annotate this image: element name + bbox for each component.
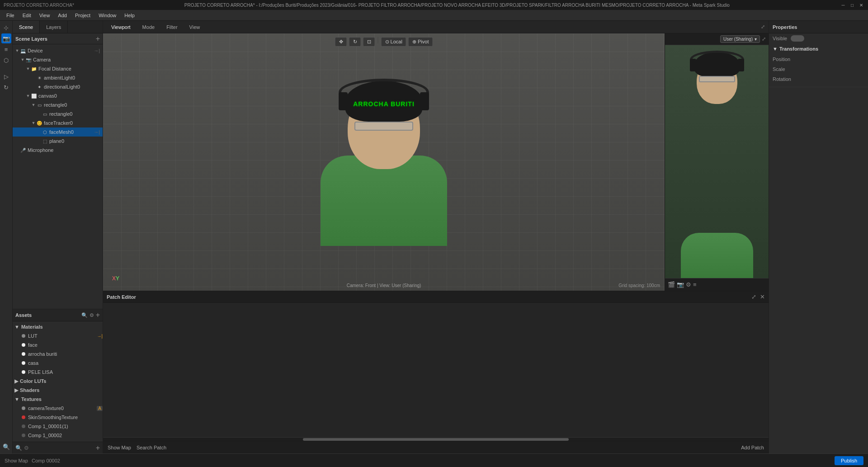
viewport-expand-button[interactable]: ⤢ <box>761 24 765 30</box>
tree-arrow-focal: ▼ <box>25 66 31 71</box>
vp-tab-mode[interactable]: Mode <box>138 24 160 31</box>
tree-item-facetracker[interactable]: ▼ 😊 faceTracker0 <box>13 118 103 127</box>
asset-casa[interactable]: casa <box>13 359 103 368</box>
vp-tab-view[interactable]: View <box>185 24 205 31</box>
textures-header[interactable]: ▼ Textures <box>13 395 103 404</box>
bottom-right: Publish <box>835 456 863 465</box>
tree-item-ambient[interactable]: ▶ ☀ ambientLight0 <box>13 73 103 82</box>
tool-shapes[interactable]: ⬡ <box>1 55 11 65</box>
patch-expand-button[interactable]: ⤢ <box>751 293 756 300</box>
asset-pele[interactable]: PELE LISA <box>13 368 103 377</box>
vp-rotate-button[interactable]: ↻ <box>349 37 361 47</box>
tool-rotate[interactable]: ↻ <box>1 82 11 92</box>
tree-item-rect0[interactable]: ▼ ▭ rectangle0 <box>13 100 103 109</box>
visible-toggle[interactable] <box>791 35 804 42</box>
patch-scrollbar[interactable] <box>103 437 769 441</box>
preview-btn-menu[interactable]: ≡ <box>693 281 697 288</box>
patch-canvas[interactable]: lut_base colorLUTShader Te <box>103 303 769 437</box>
assets-filter-icon[interactable]: ⚙ <box>90 312 94 318</box>
tab-scene[interactable]: Scene <box>13 21 40 33</box>
tree-add-mesh[interactable]: →| <box>94 129 103 135</box>
asset-skinsmoother[interactable]: SkinSmoothingTexture <box>13 413 103 422</box>
asset-lut[interactable]: LUT →| <box>13 331 103 340</box>
vp-move-button[interactable]: ✥ <box>335 37 347 47</box>
preview-btn-video[interactable]: 🎬 <box>668 281 675 288</box>
face-dot <box>22 343 25 347</box>
menu-project[interactable]: Project <box>71 12 94 19</box>
menu-view[interactable]: View <box>36 12 54 19</box>
casa-dot <box>22 361 25 365</box>
maximize-button[interactable]: □ <box>849 2 855 8</box>
face-tracker-icon: 😊 <box>36 121 42 126</box>
menu-help[interactable]: Help <box>121 12 138 19</box>
preview-btn-photo[interactable]: 📷 <box>677 281 684 288</box>
minimize-button[interactable]: ─ <box>840 2 846 8</box>
tool-camera[interactable]: 📷 <box>1 33 11 43</box>
assets-bottom-search[interactable]: 🔍 <box>15 445 22 451</box>
shaders-header[interactable]: ▶ Shaders <box>13 386 103 395</box>
menu-window[interactable]: Window <box>95 12 120 19</box>
patch-scroll-thumb[interactable] <box>303 438 569 441</box>
show-map-bottom[interactable]: Show Map <box>5 458 28 463</box>
tree-item-facemesh[interactable]: ▶ ⬡ faceMesh0 →| <box>13 127 103 137</box>
tree-add-device[interactable]: →| <box>94 48 103 53</box>
tab-layers[interactable]: Layers <box>40 21 68 33</box>
asset-comp2[interactable]: Comp 1_00002 <box>13 431 103 440</box>
tree-item-device[interactable]: ▼ 💻 Device →| <box>13 46 103 55</box>
assets-bottom-filter[interactable]: ⚙ <box>24 445 29 451</box>
asset-comp1[interactable]: Comp 1_00001(1) <box>13 422 103 431</box>
preview-btn-settings[interactable]: ⚙ <box>686 281 691 288</box>
menu-edit[interactable]: Edit <box>19 12 35 19</box>
tool-search[interactable]: 🔍 <box>1 442 11 452</box>
tool-play[interactable]: ▷ <box>1 71 11 81</box>
rotation-row: Rotation <box>773 74 864 84</box>
publish-button[interactable]: Publish <box>835 456 863 465</box>
tree-label-device: Device <box>28 48 43 53</box>
asset-face[interactable]: face <box>13 340 103 349</box>
asset-comp2-label: Comp 1_00002 <box>28 433 62 438</box>
viewport-container: ✥ ↻ ⊡ ⊙ Local ⊕ Pivot <box>103 33 769 291</box>
tree-item-focal[interactable]: ▼ 📁 Focal Distance <box>13 64 103 73</box>
asset-arrocha[interactable]: arrocha buriti <box>13 349 103 359</box>
viewport-main[interactable]: ✥ ↻ ⊡ ⊙ Local ⊕ Pivot <box>103 33 665 291</box>
colorluts-header[interactable]: ▶ Color LUTs <box>13 377 103 386</box>
menu-add[interactable]: Add <box>54 12 71 19</box>
tree-item-canvas0[interactable]: ▼ ⬜ canvas0 <box>13 91 103 100</box>
assets-search-icon[interactable]: 🔍 <box>81 312 88 318</box>
add-patch-button[interactable]: Add Patch <box>741 445 764 450</box>
tree-item-mic[interactable]: ▶ 🎤 Microphone <box>13 146 103 155</box>
search-patch-button[interactable]: Search Patch <box>137 445 166 450</box>
show-map-button[interactable]: Show Map <box>108 445 131 450</box>
tool-pointer[interactable]: ⊹ <box>1 23 11 33</box>
vp-tab-viewport[interactable]: Viewport <box>107 24 135 31</box>
vp-local-button[interactable]: ⊙ Local <box>381 37 406 47</box>
menu-file[interactable]: File <box>3 12 18 19</box>
asset-cameratex[interactable]: cameraTexture0 A <box>13 404 103 413</box>
arrocha-dot <box>22 352 25 356</box>
patch-close-button[interactable]: ✕ <box>760 293 765 300</box>
lut-dot <box>22 334 25 338</box>
preview-expand[interactable]: ⤢ <box>762 36 766 42</box>
ambient-icon: ☀ <box>36 75 42 80</box>
camera-selector[interactable]: User (Sharing) ▾ <box>720 35 760 43</box>
vp-pivot-button[interactable]: ⊕ Pivot <box>408 37 433 47</box>
close-button[interactable]: ✕ <box>858 2 864 8</box>
comp2-dot <box>22 434 25 437</box>
props-header: Properties <box>769 21 868 33</box>
asset-cameratex-label: cameraTexture0 <box>28 406 64 411</box>
vp-tab-filter[interactable]: Filter <box>162 24 182 31</box>
tree-item-directional[interactable]: ▶ ✦ directionalLight0 <box>13 82 103 91</box>
scene-panel: Scene Layers Scene Layers + ▼ 💻 Device →… <box>13 21 103 453</box>
tree-label-rect0c: rectangle0 <box>49 111 72 117</box>
materials-header[interactable]: ▼ Materials <box>13 322 103 331</box>
assets-add-button[interactable]: + <box>96 311 100 319</box>
assets-bottom-add[interactable]: + <box>96 444 100 452</box>
tree-item-plane0[interactable]: ▶ ⬚ plane0 <box>13 137 103 146</box>
transformations-header[interactable]: ▼ Transformations <box>773 46 864 52</box>
tool-layers[interactable]: ≡ <box>1 44 11 54</box>
tree-item-rect0-child[interactable]: ▶ ▭ rectangle0 <box>13 109 103 118</box>
materials-arrow: ▼ <box>14 324 19 330</box>
add-scene-button[interactable]: + <box>96 35 100 43</box>
tree-item-camera[interactable]: ▼ 📷 Camera <box>13 55 103 64</box>
vp-scale-button[interactable]: ⊡ <box>363 37 375 47</box>
